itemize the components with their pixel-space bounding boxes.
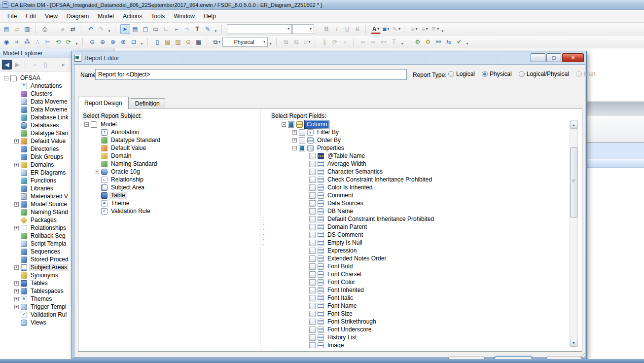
many-to-many-relationship-tool-button[interactable]: ¬: [182, 24, 192, 34]
menu-item[interactable]: Diagram: [62, 11, 93, 21]
lock-button[interactable]: ⌂ ▾: [302, 37, 312, 47]
identifying-relationship-tool-button[interactable]: ∟: [162, 24, 172, 34]
tree-checkbox[interactable]: [309, 216, 316, 222]
tree-item-table-name[interactable]: TLX @Table Name: [270, 152, 569, 160]
tree-checkbox[interactable]: [309, 287, 316, 293]
tree-checkbox[interactable]: [309, 184, 316, 191]
tree-expander[interactable]: +: [14, 226, 19, 230]
tree-checkbox[interactable]: [309, 295, 316, 301]
reverse-engineer-button[interactable]: ⧉: [292, 37, 302, 47]
tree-expander[interactable]: +: [292, 138, 297, 143]
toolbar-overflow[interactable]: ▾: [74, 37, 80, 47]
tree-expander[interactable]: −: [4, 76, 8, 80]
tree-item-naming-standard[interactable]: Naming Standard: [80, 160, 258, 168]
tree-checkbox[interactable]: [288, 121, 294, 128]
forward-engineer-button[interactable]: ⧉: [282, 37, 291, 47]
tree-item-font-bold[interactable]: Font Bold: [270, 262, 569, 270]
dialog-titlebar[interactable]: Report Editor: [74, 53, 527, 63]
tree-checkbox[interactable]: [309, 200, 316, 207]
text-block-tool-button[interactable]: T: [193, 24, 203, 34]
fields-scrollbar[interactable]: ▲ ▼: [570, 120, 578, 347]
orthogonal-layout-button[interactable]: ∴: [33, 37, 43, 47]
tree-item-subject-area[interactable]: Subject Area: [80, 183, 258, 191]
tree-checkbox[interactable]: [309, 334, 316, 341]
report-name-input[interactable]: [95, 69, 407, 80]
tree-item-empty-is-null[interactable]: Empty Is Null: [270, 239, 569, 247]
undo-button[interactable]: ↶: [86, 24, 96, 34]
explorer-forward-button[interactable]: ▶: [12, 60, 22, 70]
tree-checkbox[interactable]: [309, 208, 316, 215]
radio-logical[interactable]: Logical: [448, 71, 475, 77]
compare-models-button[interactable]: ∥: [320, 37, 330, 47]
layout-undo-button[interactable]: ⟲: [54, 37, 64, 47]
definition-display-button[interactable]: ▥: [174, 37, 183, 47]
line-color-button[interactable]: ✎ ▾: [392, 24, 401, 34]
maximize-button[interactable]: ▢: [546, 53, 561, 62]
tree-checkbox[interactable]: [299, 137, 305, 144]
font-name-combo[interactable]: ▾: [227, 24, 292, 34]
tree-item-font-color[interactable]: Font Color: [270, 278, 569, 286]
explorer-back-button[interactable]: ◀: [2, 60, 12, 70]
scrollbar-thumb[interactable]: [570, 147, 577, 218]
tree-checkbox[interactable]: [299, 145, 305, 151]
tree-item-annotation[interactable]: T Annotation: [80, 128, 258, 136]
line-width-button[interactable]: ≡ ▾: [409, 24, 419, 34]
menu-item[interactable]: Tools: [146, 11, 169, 21]
tree-checkbox[interactable]: [309, 311, 316, 317]
tree-item-datatype-standard[interactable]: Datatype Standard: [80, 136, 258, 144]
minimize-button[interactable]: —: [531, 53, 545, 62]
tree-item-data-sources[interactable]: Data Sources: [270, 199, 569, 207]
tree-item-character-semantics[interactable]: Character Semantics: [270, 168, 569, 176]
tree-expander[interactable]: −: [292, 146, 297, 150]
attribute-display-button[interactable]: ▤: [163, 37, 173, 47]
tree-checkbox[interactable]: [309, 271, 316, 278]
tree-checkbox[interactable]: [309, 303, 316, 309]
sync-button[interactable]: ⟳: [330, 37, 340, 47]
toolbar-overflow[interactable]: ▾: [440, 24, 446, 34]
tree-item-column[interactable]: − Column: [270, 120, 569, 128]
scroll-down-icon[interactable]: ▼: [570, 339, 577, 347]
tree-expander[interactable]: +: [14, 305, 19, 309]
tree-checkbox[interactable]: [309, 153, 316, 159]
zoom-in-button[interactable]: ⊕: [98, 37, 108, 47]
select-tool-button[interactable]: ➤: [120, 24, 130, 34]
tree-item-relationship[interactable]: Relationship: [80, 176, 258, 183]
font-color-button[interactable]: A ▾: [371, 25, 381, 34]
tree-expander[interactable]: −: [282, 122, 286, 127]
menu-item[interactable]: Actions: [118, 11, 146, 21]
tree-item-properties[interactable]: − Properties: [270, 144, 569, 152]
bold-button[interactable]: B: [322, 24, 332, 34]
explorer-locate-button[interactable]: ⌕: [30, 60, 40, 70]
link-button[interactable]: ∞: [358, 37, 368, 47]
split-model-button[interactable]: ⚯: [434, 37, 444, 47]
icon-display-button[interactable]: ▦: [194, 37, 204, 47]
zoom-fit-button[interactable]: ⊛: [119, 37, 129, 47]
toolbar-overflow[interactable]: ▾: [107, 24, 112, 34]
tree-item-font-inherited[interactable]: Font Inherited: [270, 286, 569, 294]
tree-expander[interactable]: +: [14, 202, 19, 207]
toolbar-overflow[interactable]: ▾: [214, 24, 219, 34]
sql-validate-button[interactable]: ✔: [455, 37, 465, 47]
layout-redo-button[interactable]: ⟳: [64, 37, 74, 47]
format-painter-button[interactable]: ✎: [203, 24, 213, 34]
complete-compare-button[interactable]: ⚙: [413, 37, 423, 47]
key-display-button[interactable]: ⊝: [184, 37, 194, 47]
tree-checkbox[interactable]: [299, 129, 305, 136]
tree-layout-button[interactable]: ⊢: [43, 37, 53, 47]
menu-item[interactable]: Help: [199, 11, 220, 21]
tree-item-domain-parent[interactable]: Domain Parent: [270, 223, 569, 231]
tree-item-comment[interactable]: Comment: [270, 191, 569, 199]
tree-item-average-width[interactable]: Average Width: [270, 160, 569, 168]
tree-item-validation-rule[interactable]: ✓ Validation Rule: [80, 207, 258, 215]
explorer-delete-button[interactable]: ▯: [40, 60, 50, 70]
toolbar-overflow[interactable]: ▾: [268, 37, 274, 47]
menu-item[interactable]: Window: [169, 11, 199, 21]
tree-expander[interactable]: +: [95, 170, 99, 174]
tree-checkbox[interactable]: [309, 169, 316, 175]
tree-expander[interactable]: +: [14, 297, 19, 301]
tree-expander[interactable]: +: [14, 139, 19, 144]
non-identifying-relationship-tool-button[interactable]: ⌐: [172, 24, 182, 34]
entity-display-button[interactable]: ▯: [153, 37, 163, 47]
tree-item-font-size[interactable]: Font Size: [270, 310, 569, 318]
key-button[interactable]: ⊷: [379, 37, 389, 47]
